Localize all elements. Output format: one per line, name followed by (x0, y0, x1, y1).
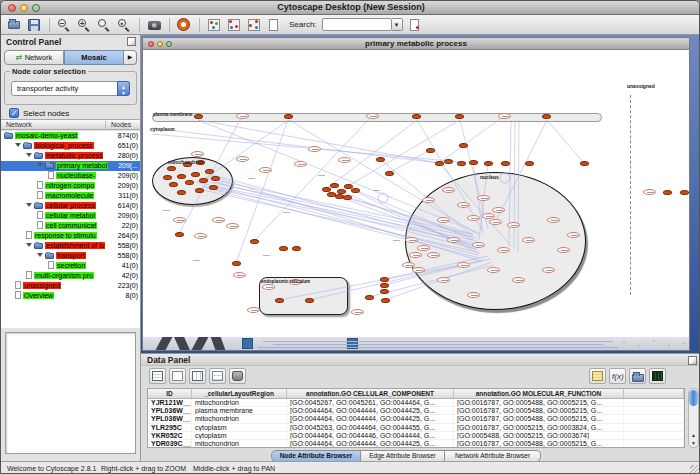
expander-icon[interactable] (26, 153, 32, 157)
go-term-node[interactable] (338, 157, 351, 163)
gene-node[interactable] (542, 114, 551, 119)
gene-node[interactable] (209, 185, 218, 190)
column-header[interactable]: annotation.GO MOLECULAR_FUNCTION (454, 389, 624, 398)
attribute-table-icon[interactable] (149, 368, 166, 384)
gene-node[interactable] (380, 283, 389, 288)
merge-network-icon[interactable] (247, 18, 262, 32)
zoom-fit-icon[interactable] (97, 18, 112, 32)
tab-network[interactable]: ⇄ Network (4, 50, 64, 65)
scroll-up-arrow[interactable]: ▲ (689, 431, 698, 439)
go-term-node[interactable] (427, 252, 440, 258)
go-term-node[interactable] (233, 272, 246, 278)
gene-node[interactable] (351, 188, 360, 193)
go-term-node[interactable] (487, 267, 500, 273)
go-term-node[interactable] (643, 189, 656, 195)
gene-node[interactable] (426, 148, 435, 153)
go-term-node[interactable] (262, 284, 275, 290)
go-term-node[interactable] (405, 237, 418, 243)
gene-node[interactable] (177, 190, 186, 195)
gene-node[interactable] (211, 176, 220, 181)
go-term-node[interactable] (191, 151, 204, 157)
tree-row[interactable]: cell communicat22(0) (1, 221, 140, 231)
expander-icon[interactable] (37, 163, 43, 167)
birdseye-view-panel[interactable] (5, 332, 136, 454)
gene-node[interactable] (412, 114, 421, 119)
annotation-wizard-icon[interactable] (267, 18, 282, 32)
gene-node[interactable] (435, 161, 444, 166)
table-row[interactable]: YDR039C__1mitochondrion[GO:0044464, GO:0… (148, 440, 684, 448)
gene-node[interactable] (177, 174, 186, 179)
tree-row[interactable]: unassigned223(0) (1, 281, 140, 291)
go-term-node[interactable] (194, 233, 207, 239)
go-term-node[interactable] (236, 156, 249, 162)
go-term-node[interactable] (422, 197, 435, 203)
open-session-icon[interactable] (7, 18, 22, 32)
gene-node[interactable] (469, 160, 478, 165)
go-term-node[interactable] (417, 245, 430, 251)
go-term-node[interactable] (173, 217, 186, 223)
gene-node[interactable] (501, 161, 510, 166)
go-term-node[interactable] (522, 237, 535, 243)
tree-row[interactable]: secretion41(0) (1, 261, 140, 271)
go-term-node[interactable] (467, 215, 480, 221)
gene-node[interactable] (292, 246, 301, 251)
gene-node[interactable] (167, 166, 176, 171)
go-term-node[interactable] (457, 262, 470, 268)
go-term-node[interactable] (442, 187, 455, 193)
gene-node[interactable] (185, 180, 194, 185)
expander-icon[interactable] (37, 253, 43, 257)
table-row[interactable]: YJR121W__1mitochondrion[GO:0045267, GO:0… (148, 399, 684, 407)
gene-node[interactable] (459, 143, 468, 148)
float-panel-icon[interactable] (127, 37, 136, 46)
gene-node[interactable] (205, 169, 214, 174)
tree-row[interactable]: biological_process651(0) (1, 141, 140, 151)
tree-row[interactable]: mosaic-demo-yeast874(0) (1, 131, 140, 141)
gene-node[interactable] (169, 182, 178, 187)
scroll-down-arrow[interactable]: ▼ (689, 439, 698, 447)
tree-row[interactable]: Overview8(0) (1, 291, 140, 301)
go-term-node[interactable] (472, 242, 485, 248)
formula-builder-icon[interactable]: f(x) (609, 368, 626, 384)
gene-node[interactable] (284, 114, 293, 119)
gene-node[interactable] (380, 289, 389, 294)
go-term-node[interactable] (489, 219, 502, 225)
table-scrollbar[interactable]: ▲ ▼ (688, 388, 699, 448)
go-term-node[interactable] (557, 247, 570, 253)
go-term-node[interactable] (236, 113, 249, 119)
tree-row[interactable]: metabolic process280(0) (1, 151, 140, 161)
float-data-panel-icon[interactable] (688, 356, 697, 365)
new-attribute-icon[interactable] (169, 368, 186, 384)
scrollbar-thumb[interactable] (689, 390, 698, 406)
gene-node[interactable] (680, 190, 689, 195)
gene-node[interactable] (275, 298, 284, 303)
go-term-node[interactable] (507, 222, 520, 228)
gene-node[interactable] (163, 175, 172, 180)
go-term-node[interactable] (512, 277, 525, 283)
go-term-node[interactable] (366, 113, 379, 119)
tree-row[interactable]: macromolecule311(0) (1, 191, 140, 201)
network-view-titlebar[interactable]: primary metabolic process (143, 38, 689, 50)
column-header[interactable]: _cellularLayoutRegion (192, 389, 287, 398)
import-attributes-icon[interactable] (629, 368, 646, 384)
gene-node[interactable] (250, 239, 259, 244)
more-tabs-arrow[interactable]: ▶ (124, 50, 137, 65)
gene-node[interactable] (385, 171, 394, 176)
table-row[interactable]: YKR052Ccytoplasm[GO:0044464, GO:0044446,… (148, 432, 684, 440)
tree-row[interactable]: multi-organism pro42(0) (1, 271, 140, 281)
tree-row[interactable]: establishment of lo558(0) (1, 241, 140, 251)
go-term-node[interactable] (247, 307, 260, 313)
gene-node[interactable] (444, 159, 453, 164)
tree-row[interactable]: cellular process614(0) (1, 201, 140, 211)
vizmapper-icon[interactable] (207, 18, 222, 32)
delete-attribute-icon[interactable] (229, 368, 246, 384)
select-attributes-icon[interactable] (189, 368, 206, 384)
attribute-batch-icon[interactable] (589, 368, 606, 384)
network-canvas[interactable]: plasma membrane cytoplasm mitochondrion … (143, 50, 689, 350)
zoom-out-icon[interactable]: − (57, 18, 72, 32)
gene-node[interactable] (175, 232, 184, 237)
go-term-node[interactable] (259, 167, 272, 173)
go-term-node[interactable] (308, 146, 321, 152)
tree-row[interactable]: nucleobase-209(0) (1, 171, 140, 181)
node-color-dropdown[interactable]: transporter activity ▲▼ (11, 81, 130, 96)
column-header[interactable]: ID (148, 389, 192, 398)
